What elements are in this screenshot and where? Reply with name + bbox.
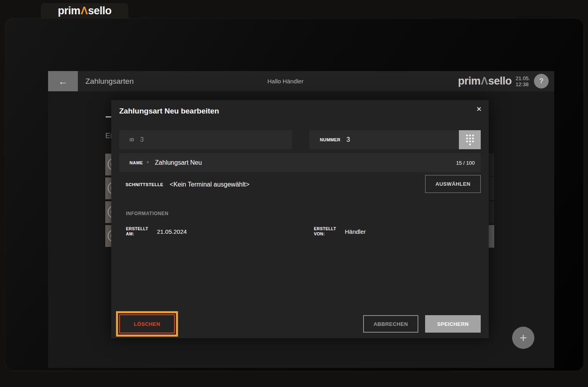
user-greeting: Hallo Händler xyxy=(267,71,304,91)
schnittstelle-label: SCHNITTSTELLE xyxy=(126,182,163,187)
nummer-field-value: 3 xyxy=(346,136,350,143)
back-arrow-icon: ← xyxy=(58,76,68,87)
logo-mark-icon: Λ xyxy=(80,5,88,17)
brand-logo: primΛsello xyxy=(58,5,111,17)
name-field-value: Zahlungsart Neu xyxy=(155,159,202,166)
browser-tab[interactable]: primΛsello xyxy=(41,3,128,18)
created-at-item: ERSTELLT AM: 21.05.2024 xyxy=(126,226,187,237)
list-row[interactable] xyxy=(489,154,494,176)
question-mark-icon: ? xyxy=(539,77,544,85)
logo-text-suffix: sello xyxy=(88,5,112,17)
created-by-item: ERSTELLT VON: Händler xyxy=(314,226,366,237)
auswaehlen-button[interactable]: AUSWÄHLEN xyxy=(425,175,481,193)
edit-payment-type-modal: Zahlungsart Neu bearbeiten × ID 3 NUMMER… xyxy=(111,100,489,338)
id-field: ID 3 xyxy=(119,130,292,149)
header-brand-logo: primΛsello xyxy=(458,75,512,87)
required-marker: * xyxy=(147,160,149,166)
created-at-value: 21.05.2024 xyxy=(157,228,187,235)
close-icon[interactable]: × xyxy=(476,105,482,114)
name-field-label: NAME xyxy=(130,160,143,165)
created-by-label: ERSTELLT VON: xyxy=(314,226,339,237)
back-button[interactable]: ← xyxy=(48,71,78,91)
id-field-label: ID xyxy=(130,137,134,142)
created-by-value: Händler xyxy=(345,228,366,235)
created-at-label: ERSTELLT AM: xyxy=(126,226,151,237)
plus-icon: + xyxy=(520,331,527,345)
logo-mark-icon: Λ xyxy=(480,75,488,87)
id-field-value: 3 xyxy=(140,136,144,143)
add-button[interactable]: + xyxy=(512,327,534,349)
header-right-cluster: primΛsello 21.05. 12:38 ? xyxy=(458,71,549,91)
dialpad-icon xyxy=(465,134,475,146)
nummer-field-label: NUMMER xyxy=(320,137,340,142)
list-row-selected[interactable] xyxy=(489,225,494,248)
speichern-button[interactable]: SPEICHERN xyxy=(425,315,481,333)
logo-text-suffix: sello xyxy=(488,75,512,87)
logo-text-prefix: prim xyxy=(58,5,80,17)
list-row[interactable] xyxy=(489,201,494,223)
name-field[interactable]: NAME * Zahlungsart Neu 15 / 100 xyxy=(119,153,481,172)
annotation-highlight-box: LÖSCHEN xyxy=(116,311,178,337)
nummer-field[interactable]: NUMMER 3 xyxy=(309,130,459,149)
app-window: ← Zahlungsarten Hallo Händler primΛsello… xyxy=(5,18,584,371)
app-header: ← Zahlungsarten Hallo Händler primΛsello… xyxy=(48,71,554,91)
modal-title: Zahlungsart Neu bearbeiten xyxy=(119,107,219,116)
datetime-display: 21.05. 12:38 xyxy=(516,75,530,87)
informationen-section-title: INFORMATIONEN xyxy=(126,211,168,216)
help-button[interactable]: ? xyxy=(534,74,549,89)
loeschen-button[interactable]: LÖSCHEN xyxy=(119,314,175,333)
keypad-button[interactable] xyxy=(459,130,481,149)
list-row[interactable] xyxy=(489,177,494,200)
time-label: 12:38 xyxy=(516,81,530,87)
schnittstelle-value: <Kein Terminal ausgewählt> xyxy=(170,181,250,188)
screen: primΛsello ← Zahlungsarten Hallo Händler… xyxy=(0,0,588,387)
schnittstelle-row: SCHNITTSTELLE <Kein Terminal ausgewählt> xyxy=(126,175,250,194)
char-counter: 15 / 100 xyxy=(456,160,475,166)
abbrechen-button[interactable]: ABBRECHEN xyxy=(363,315,418,333)
date-label: 21.05. xyxy=(516,75,530,81)
page-title: Zahlungsarten xyxy=(85,71,133,91)
logo-text-prefix: prim xyxy=(458,75,481,87)
